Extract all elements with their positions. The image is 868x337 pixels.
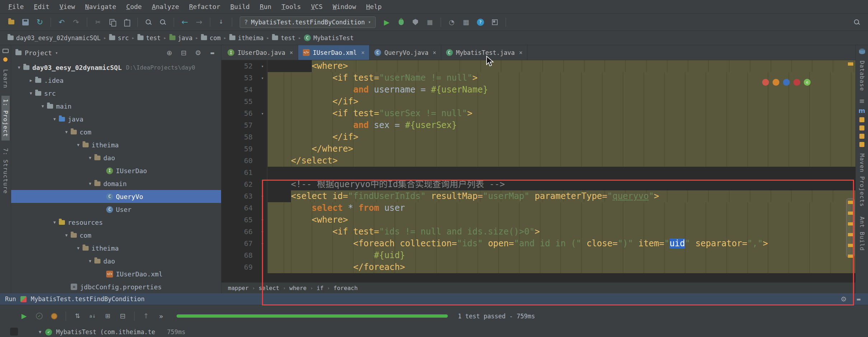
line-number[interactable]: 55	[221, 96, 267, 108]
stripe-button-database[interactable]: Database	[858, 57, 866, 94]
tab-iuserdao-java[interactable]: IIUserDao.java×	[223, 45, 298, 60]
fold-chevron-icon[interactable]: ▾	[261, 108, 264, 120]
menu-file[interactable]: File	[4, 1, 28, 12]
debug-button[interactable]	[395, 16, 407, 28]
quick-access-icon[interactable]	[10, 328, 18, 336]
fold-chevron-icon[interactable]: ▾	[261, 61, 264, 72]
code-line-67[interactable]: 67▾ <foreach collection="ids" open="and …	[221, 238, 855, 250]
code-line-63[interactable]: 63▾ <select id="findUserInIds" resultMap…	[221, 190, 855, 202]
tab-mybatistest-java[interactable]: CMybatisTest.java×	[441, 45, 527, 60]
line-number[interactable]: 65▾	[221, 214, 267, 226]
tab-close-icon[interactable]: ×	[433, 49, 436, 56]
tree-item-src[interactable]: ▼src	[11, 87, 221, 100]
code-line-54[interactable]: 54 and username = #{userName}	[221, 84, 855, 96]
coverage-button[interactable]	[409, 16, 422, 28]
show-ignored-button[interactable]	[48, 310, 60, 322]
line-number[interactable]: 54	[221, 84, 267, 96]
line-number[interactable]: 60	[221, 155, 267, 167]
tree-item-dao[interactable]: ▼dao	[11, 255, 221, 267]
chrome-browser-icon[interactable]	[762, 79, 769, 86]
stripe-button-maven-projects[interactable]: Maven Projects	[858, 150, 866, 210]
fold-chevron-icon[interactable]: ▾	[261, 226, 264, 238]
tree-chevron-icon[interactable]: ▼	[62, 233, 71, 238]
coverage-report-button[interactable]: ▦	[460, 16, 472, 28]
tree-item-user[interactable]: CUser	[11, 203, 221, 216]
scrollbar-thumb[interactable]	[846, 198, 855, 257]
tree-chevron-icon[interactable]: ▼	[50, 220, 59, 225]
track-running-button[interactable]: ⇅	[71, 310, 84, 322]
line-number[interactable]: 59	[221, 143, 267, 155]
line-number[interactable]: 58	[221, 131, 267, 143]
tree-item-jdbcconfig-properties[interactable]: ≡jdbcConfig.properties	[11, 280, 221, 293]
settings-button[interactable]: ⚙	[839, 295, 848, 303]
tab-queryvo-java[interactable]: CQueryVo.java×	[370, 45, 441, 60]
code-line-65[interactable]: 65▾ <where>	[221, 214, 855, 226]
tree-item-com[interactable]: ▼com	[11, 125, 221, 138]
tree-chevron-icon[interactable]: ▼	[74, 143, 83, 147]
tree-item-domain[interactable]: ▼domain	[11, 177, 221, 190]
back-button[interactable]: ←	[179, 16, 191, 28]
search-everywhere-button[interactable]	[851, 16, 863, 28]
save-button[interactable]	[19, 16, 32, 28]
collapse-all-button[interactable]: ⊟	[117, 310, 129, 322]
tab-close-icon[interactable]: ×	[519, 49, 522, 56]
tree-item-itheima[interactable]: ▼itheima	[11, 242, 221, 255]
menu-navigate[interactable]: Navigate	[80, 1, 121, 12]
code-line-53[interactable]: 53▾ <if test="userName != null">	[221, 72, 855, 84]
hide-button[interactable]: ▬	[208, 48, 217, 57]
hide-button[interactable]: ▬	[854, 295, 863, 303]
menu-tools[interactable]: Tools	[277, 1, 305, 12]
rerun-button[interactable]: ▶	[18, 310, 30, 322]
tree-chevron-icon[interactable]: ▶	[27, 78, 35, 83]
redo-button[interactable]: ↷	[70, 16, 82, 28]
tree-chevron-icon[interactable]: ▼	[86, 156, 94, 160]
tree-item-day03-eesy-02dynamicsql[interactable]: ▼day03_eesy_02dynamicSQLD:\IdeaProjects\…	[11, 61, 221, 74]
replace-button[interactable]	[157, 16, 169, 28]
breadcrumb-item[interactable]: test	[136, 34, 163, 42]
copy-button[interactable]	[106, 16, 118, 28]
fold-chevron-icon[interactable]: ▾	[261, 238, 264, 250]
firefox-browser-icon[interactable]	[773, 79, 779, 86]
menu-build[interactable]: Build	[226, 1, 254, 12]
tree-chevron-icon[interactable]: ▼	[86, 259, 94, 264]
code-line-69[interactable]: 69 </foreach>	[221, 261, 855, 273]
tree-item-resources[interactable]: ▼resources	[11, 216, 221, 229]
menu-refactor[interactable]: Refactor	[184, 1, 225, 12]
tree-item-com[interactable]: ▼com	[11, 229, 221, 242]
run-button[interactable]: ▶	[381, 16, 393, 28]
code-line-56[interactable]: 56▾ <if test="userSex != null">	[221, 108, 855, 119]
menu-edit[interactable]: Edit	[29, 1, 54, 12]
menu-window[interactable]: Window	[328, 1, 361, 12]
tree-chevron-icon[interactable]: ▼	[74, 246, 83, 251]
tree-chevron-icon[interactable]: ▼	[86, 181, 94, 186]
run-configuration-select[interactable]: ?MybatisTest.testFindByCondition▾	[240, 16, 376, 28]
line-number[interactable]: 69	[221, 261, 267, 273]
code-line-62[interactable]: 62 <!-- 根据queryvo中的Id集合实现查询用户列表 -->	[221, 179, 855, 190]
breadcrumb-item[interactable]: CMybatisTest	[302, 34, 356, 42]
line-number[interactable]: 66▾	[221, 226, 267, 238]
line-number[interactable]: 57	[221, 119, 267, 131]
breadcrumb-item[interactable]: day03_eesy_02dynamicSQL	[6, 34, 102, 42]
line-number[interactable]: 63▾	[221, 190, 267, 202]
menu-view[interactable]: View	[55, 1, 80, 12]
fold-chevron-icon[interactable]: ▾	[261, 214, 264, 226]
chevron-down-icon[interactable]: ▼	[39, 329, 41, 334]
more-button[interactable]: »	[155, 310, 167, 322]
line-number[interactable]: 61	[221, 167, 267, 179]
code-line-60[interactable]: 60 </select>	[221, 155, 855, 167]
tree-chevron-icon[interactable]: ▼	[38, 104, 47, 109]
breadcrumb-item[interactable]: src	[107, 34, 131, 42]
stripe-button----structure[interactable]: 7: Structure	[1, 145, 10, 197]
navigate-previous-button[interactable]: ↑	[140, 310, 152, 322]
sync-button[interactable]: ↻	[34, 16, 46, 28]
paste-button[interactable]	[121, 16, 133, 28]
tree-chevron-icon[interactable]: ▼	[62, 130, 71, 134]
code-line-66[interactable]: 66▾ <if test="ids != null and ids.size()…	[221, 226, 855, 238]
menu-run[interactable]: Run	[255, 1, 276, 12]
code-line-58[interactable]: 58 </if>	[221, 131, 855, 143]
learn-icon[interactable]	[3, 49, 9, 53]
code-line-61[interactable]: 61	[221, 167, 855, 179]
stop-button[interactable]: ■	[424, 16, 436, 28]
line-number[interactable]: 64	[221, 202, 267, 214]
tree-item-iuserdao-xml[interactable]: </>IUserDao.xml	[11, 267, 221, 280]
